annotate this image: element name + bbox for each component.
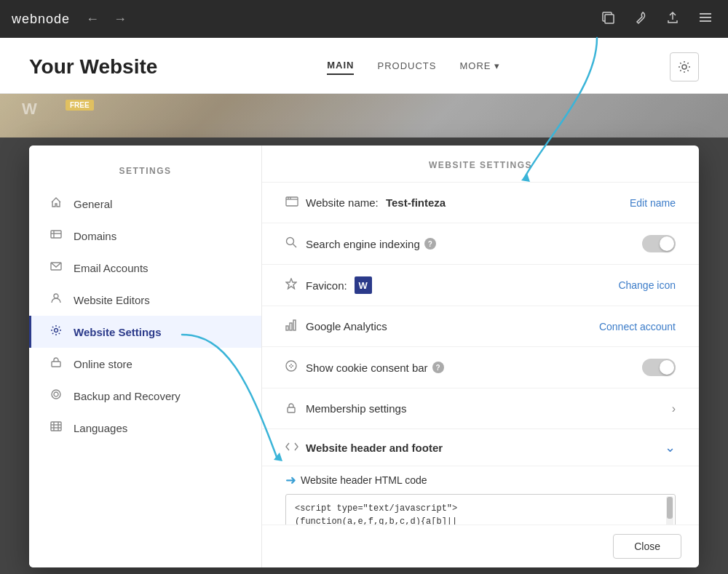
website-name-label: Website name: Test-finteza [306,196,630,209]
analytics-icon [285,319,306,334]
svg-marker-26 [286,279,296,289]
lock-icon [285,402,306,416]
main-header: WEBSITE SETTINGS [262,146,699,183]
sidebar-item-label: Website Settings [74,326,162,338]
sidebar-item-website-settings[interactable]: Website Settings [29,316,261,348]
svg-rect-6 [51,231,61,238]
cookie-consent-row: Show cookie consent bar ? [262,347,699,388]
sidebar-item-general[interactable]: General [29,188,261,220]
membership-chevron: › [672,402,676,415]
svg-rect-15 [51,422,61,431]
modal-footer: Close [262,525,699,567]
svg-point-13 [52,390,60,399]
website-name-row: Website name: Test-finteza Edit name [262,183,699,223]
sidebar-item-label: Domains [74,230,116,242]
cookie-consent-label: Show cookie consent bar ? [306,362,642,374]
section-chevron-down-icon: ⌄ [665,439,676,455]
sidebar-title: SETTINGS [29,157,261,188]
cookie-help-icon[interactable]: ? [432,362,444,373]
code-scrollbar[interactable] [666,496,673,525]
connect-account-link[interactable]: Connect account [599,321,676,332]
sidebar-item-label: Online store [74,358,132,370]
favicon-label: Favicon: W [306,276,618,294]
membership-label: Membership settings [306,402,672,415]
svg-point-30 [286,361,296,371]
search-engine-toggle[interactable] [642,235,676,252]
search-engine-row: Search engine indexing ? [262,223,699,265]
header-footer-section[interactable]: Website header and footer ⌄ [262,429,699,466]
change-icon-link[interactable]: Change icon [618,279,676,291]
sidebar-item-website-editors[interactable]: Website Editors [29,284,261,316]
code-arrow-icon: ➜ [285,472,296,488]
membership-row[interactable]: Membership settings › [262,388,699,429]
google-analytics-label: Google Analytics [306,320,599,332]
svg-point-10 [54,294,58,298]
cookie-toggle[interactable] [642,359,676,376]
sidebar-item-domains[interactable]: Domains [29,220,261,252]
sidebar-item-email-accounts[interactable]: Email Accounts [29,252,261,284]
favicon-preview: W [355,276,372,294]
svg-point-24 [287,238,294,245]
settings-modal: SETTINGS General [29,146,699,567]
domains-icon [49,228,63,243]
svg-rect-12 [52,362,60,367]
svg-point-14 [54,392,58,396]
svg-rect-28 [290,323,292,330]
header-footer-label: Website header and footer [306,442,665,454]
svg-point-11 [55,329,58,332]
store-icon [49,356,63,371]
main-content: WEBSITE SETTINGS [262,146,699,567]
modal-overlay: SETTINGS General [0,0,728,574]
svg-rect-29 [293,320,296,330]
sidebar-item-label: Website Editors [74,294,150,306]
code-editor[interactable]: <script type="text/javascript"> (functio… [285,494,676,525]
website-name-value: Test-finteza [386,196,446,209]
star-icon [285,278,306,292]
home-icon [49,196,63,211]
main-scroll-area: Website name: Test-finteza Edit name [262,183,699,525]
languages-icon [49,420,63,435]
sidebar-item-label: Backup and Recovery [74,390,181,402]
code-icon [285,442,306,454]
backup-icon [49,388,63,403]
sidebar-item-languages[interactable]: Languages [29,412,261,444]
code-scrollbar-thumb [667,497,673,519]
svg-rect-31 [288,407,295,412]
close-button[interactable]: Close [613,534,681,559]
person-icon [49,292,63,307]
code-section: ➜ Website header HTML code <script type=… [262,466,699,525]
settings-sidebar: SETTINGS General [29,146,262,567]
code-label: ➜ Website header HTML code [285,472,676,488]
svg-line-25 [293,244,297,248]
sidebar-item-label: General [74,198,112,210]
modal-body: SETTINGS General [29,146,699,567]
edit-name-link[interactable]: Edit name [630,197,676,209]
sidebar-item-backup-recovery[interactable]: Backup and Recovery [29,380,261,412]
favicon-row: Favicon: W Change icon [262,265,699,306]
sidebar-item-label: Email Accounts [74,262,149,274]
svg-rect-27 [286,326,288,330]
gear-icon [49,324,63,339]
website-icon [285,196,306,210]
google-analytics-row: Google Analytics Connect account [262,306,699,347]
email-icon [49,260,63,275]
cookie-icon [285,360,306,375]
search-help-icon[interactable]: ? [424,238,436,250]
sidebar-item-label: Languages [74,422,127,434]
sidebar-item-online-store[interactable]: Online store [29,348,261,380]
search-icon [285,236,306,251]
search-engine-label: Search engine indexing ? [306,238,642,250]
